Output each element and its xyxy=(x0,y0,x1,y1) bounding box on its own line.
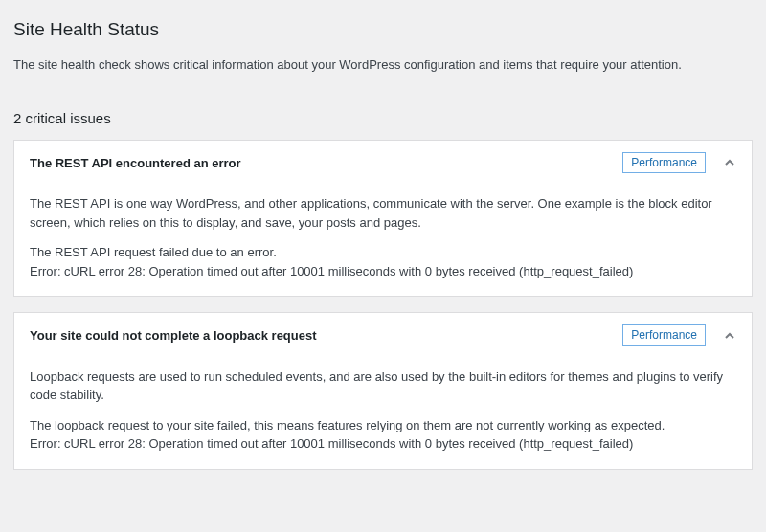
issue-error: The REST API request failed due to an er… xyxy=(30,243,736,280)
issue-header[interactable]: The REST API encountered an error Perfor… xyxy=(14,141,752,185)
performance-badge: Performance xyxy=(622,324,706,345)
issue-header[interactable]: Your site could not complete a loopback … xyxy=(14,313,752,357)
chevron-up-icon[interactable] xyxy=(723,329,736,343)
issue-error-line: The loopback request to your site failed… xyxy=(30,418,665,432)
intro-text: The site health check shows critical inf… xyxy=(13,57,753,72)
page-title: Site Health Status xyxy=(13,19,753,40)
issue-header-right: Performance xyxy=(622,152,736,173)
issue-error-line: Error: cURL error 28: Operation timed ou… xyxy=(30,436,633,451)
chevron-up-icon[interactable] xyxy=(723,156,736,169)
issue-error-line: The REST API request failed due to an er… xyxy=(30,245,277,259)
issue-card-loopback: Your site could not complete a loopback … xyxy=(13,312,753,469)
issues-heading: 2 critical issues xyxy=(13,110,753,126)
issue-description: Loopback requests are used to run schedu… xyxy=(30,367,736,405)
issue-header-right: Performance xyxy=(622,324,736,345)
performance-badge: Performance xyxy=(622,152,706,173)
issue-description: The REST API is one way WordPress, and o… xyxy=(30,194,736,232)
issue-card-rest-api: The REST API encountered an error Perfor… xyxy=(13,140,753,297)
issue-title: Your site could not complete a loopback … xyxy=(30,328,317,343)
issue-body: Loopback requests are used to run schedu… xyxy=(14,358,752,469)
issue-title: The REST API encountered an error xyxy=(30,156,241,170)
issue-error-line: Error: cURL error 28: Operation timed ou… xyxy=(30,264,633,278)
issue-body: The REST API is one way WordPress, and o… xyxy=(14,185,752,296)
issue-error: The loopback request to your site failed… xyxy=(30,416,736,454)
